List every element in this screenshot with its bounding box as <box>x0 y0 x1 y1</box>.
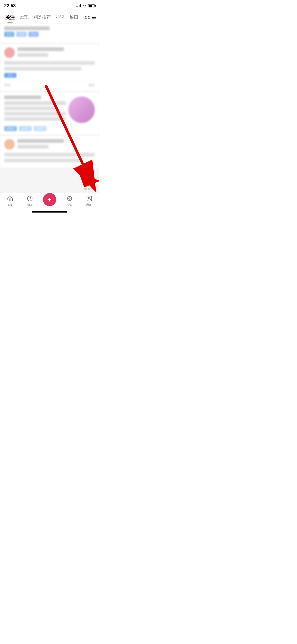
tab-guanzhu[interactable]: 关注 <box>3 13 17 22</box>
explore-label: 探索 <box>67 203 72 207</box>
home-icon <box>7 195 13 202</box>
watermark: Baidu经验 <box>84 187 96 191</box>
nav-item-home[interactable]: 首页 <box>0 195 20 207</box>
cc-label: CC <box>85 15 91 20</box>
tab-jingxuan[interactable]: 精选推荐 <box>32 13 53 22</box>
content-card-1: 关注 话题 活动 <box>0 23 99 43</box>
svg-marker-2 <box>79 173 99 187</box>
nav-item-qa[interactable]: 问答 <box>20 195 40 207</box>
svg-point-9 <box>88 197 90 199</box>
nav-item-explore[interactable]: 探索 <box>59 195 79 207</box>
qa-label: 问答 <box>27 203 33 207</box>
explore-icon <box>66 195 73 202</box>
content-card-3: 标签1 标签2 标签3 <box>0 92 99 134</box>
nav-item-create[interactable]: + <box>40 195 59 207</box>
wifi-icon <box>82 4 87 7</box>
profile-icon <box>86 195 93 202</box>
nav-tabs: 关注 发现 精选推荐 小说 绘画 CC <box>0 12 99 23</box>
svg-point-5 <box>30 200 30 200</box>
main-content: 关注 话题 活动 关注 评论 喜欢 <box>0 23 99 193</box>
status-bar: 22:53 <box>0 0 99 12</box>
signal-icon <box>76 4 81 7</box>
menu-icon <box>92 16 96 19</box>
tab-huihua[interactable]: 绘画 <box>68 13 80 22</box>
tab-xiaoshuo[interactable]: 小说 <box>54 13 67 22</box>
nav-item-profile[interactable]: 我的 <box>79 195 99 207</box>
nav-more[interactable]: CC <box>85 15 96 20</box>
content-card-4 <box>0 136 99 168</box>
status-time: 22:53 <box>4 3 16 8</box>
tab-faxian[interactable]: 发现 <box>18 13 31 22</box>
svg-point-7 <box>69 198 70 199</box>
create-icon: + <box>43 193 56 206</box>
status-icons <box>76 4 95 7</box>
svg-rect-3 <box>9 199 11 201</box>
qa-icon <box>26 195 33 202</box>
content-card-2: 关注 评论 喜欢 <box>0 44 99 91</box>
profile-label: 我的 <box>86 203 92 207</box>
home-indicator <box>32 211 67 213</box>
home-label: 首页 <box>7 203 13 207</box>
battery-icon <box>88 4 95 7</box>
